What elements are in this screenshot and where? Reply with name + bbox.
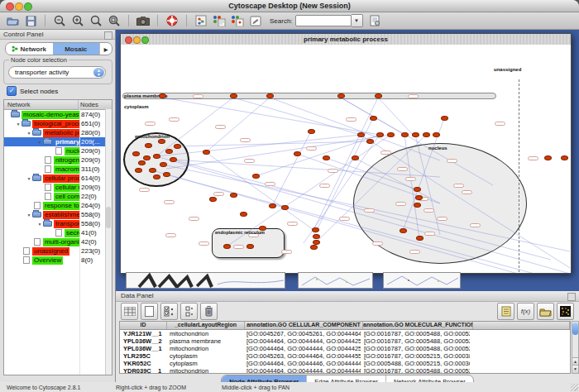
network-node[interactable] (266, 93, 274, 98)
annotation-icon[interactable] (248, 14, 263, 28)
tabs-overflow-arrow[interactable]: ▶ (99, 43, 112, 55)
table-row[interactable]: YJR121W__1mitochondrion[GO:0045267, GO:0… (120, 330, 570, 337)
resize-grip[interactable] (571, 384, 578, 391)
network-node[interactable] (415, 195, 423, 200)
unselect-attributes-icon[interactable] (180, 303, 198, 320)
background-window-fragment[interactable] (126, 272, 285, 289)
tree-row[interactable]: cellular metabo209(0) (4, 183, 112, 192)
expand-arrow-icon[interactable]: ▼ (26, 131, 32, 136)
tree-row[interactable]: mosaic-demo-yeast874(0) (4, 110, 112, 119)
import-network-icon[interactable] (368, 14, 383, 28)
table-row[interactable]: YPL036W__2plasma membrane[GO:0044464, GO… (120, 337, 570, 345)
scroll-down-icon[interactable]: ▼ (572, 365, 578, 373)
tree-row[interactable]: ▼transport558(0) (4, 219, 112, 228)
zoom-out-icon[interactable] (52, 14, 67, 28)
network-node[interactable] (149, 168, 156, 173)
network-node[interactable] (414, 203, 421, 208)
table-row[interactable]: YPL036W__1mitochondrion[GO:0044464, GO:0… (120, 345, 570, 352)
network-node[interactable] (246, 244, 254, 249)
network-node[interactable] (414, 187, 421, 192)
network-node[interactable] (159, 93, 166, 98)
tree-row[interactable]: nitrogen compo209(0) (4, 155, 112, 165)
network-node[interactable] (174, 144, 181, 149)
background-window-fragment[interactable] (383, 272, 461, 289)
network-node[interactable] (203, 150, 210, 155)
zoom-fit-icon[interactable] (89, 14, 103, 28)
tab-network[interactable]: Network (6, 43, 53, 55)
tree-row[interactable]: ▼cellular process614(0) (4, 174, 112, 183)
import-attributes-folder-icon[interactable] (537, 303, 554, 320)
select-nodes-checkbox[interactable]: ✓ (7, 86, 17, 96)
expand-arrow-icon[interactable]: ▼ (26, 176, 32, 181)
tree-row[interactable]: ▼biological_process651(0) (4, 119, 112, 128)
tree-column-network[interactable]: Network (4, 100, 78, 109)
network-node[interactable] (170, 157, 177, 162)
network-node[interactable] (370, 116, 377, 121)
function-builder-icon[interactable]: f(x) (517, 303, 534, 320)
network-node[interactable] (352, 155, 359, 160)
network-node[interactable] (313, 234, 320, 239)
network-node[interactable] (294, 151, 301, 156)
tree-row[interactable]: Overview8(0) (4, 256, 112, 265)
background-window-fragment[interactable] (298, 272, 373, 289)
network-node[interactable] (252, 174, 260, 179)
tree-scrollbar[interactable] (105, 109, 112, 375)
table-scrollbar[interactable]: ▲ ▼ (572, 321, 579, 374)
column-id[interactable]: ID (120, 322, 167, 329)
tree-row[interactable]: multi-organism pro42(0) (4, 237, 112, 246)
network-node[interactable] (423, 132, 430, 137)
network-node[interactable] (387, 132, 395, 137)
network-canvas[interactable]: plasma membrane cytoplasm mitochondrion … (121, 45, 571, 273)
network-node[interactable] (269, 203, 276, 208)
network-node[interactable] (561, 155, 568, 160)
new-attribute-icon[interactable] (141, 303, 158, 320)
network-node[interactable] (138, 160, 146, 165)
network-node[interactable] (165, 149, 173, 154)
network-node[interactable] (281, 205, 289, 210)
tree-row[interactable]: response to stimulu264(0) (4, 201, 112, 210)
network-node[interactable] (375, 93, 382, 98)
tree-row[interactable]: ▼primary metabo209(... (4, 137, 112, 146)
network-node[interactable] (209, 197, 217, 202)
network-overview-icon[interactable] (194, 14, 208, 28)
snapshot-camera-icon[interactable] (136, 14, 151, 28)
column-cellular-layout-region[interactable]: _cellularLayoutRegion (167, 322, 245, 329)
network-node[interactable] (153, 154, 160, 159)
network-node[interactable] (153, 174, 160, 179)
attribute-matrix-icon[interactable] (557, 303, 574, 320)
table-row[interactable]: YKR052Ccytoplasm[GO:0044464, GO:0044446,… (120, 360, 570, 367)
vizmapper-icon[interactable] (212, 14, 227, 28)
network-node[interactable] (312, 227, 319, 232)
network-node[interactable] (132, 151, 140, 156)
delete-attribute-icon[interactable] (200, 303, 218, 320)
vizmapper-edit-icon[interactable] (230, 14, 245, 28)
zoom-in-icon[interactable] (70, 14, 85, 28)
network-node[interactable] (308, 129, 315, 134)
tree-row[interactable]: ▼metabolic process280(0) (4, 128, 112, 137)
attribute-list-icon[interactable] (497, 303, 514, 320)
column-go-cellular-component[interactable]: annotation.GO CELLULAR_COMPONENT (245, 322, 363, 329)
network-node[interactable] (223, 244, 231, 249)
tree-row[interactable]: macromolecule311(0) (4, 165, 112, 174)
network-node[interactable] (158, 139, 165, 144)
node-color-dropdown[interactable]: transporter activity ▲▼ (8, 66, 106, 79)
tab-mosaic[interactable]: Mosaic (53, 43, 100, 55)
table-scrollbar-thumb[interactable] (572, 323, 578, 335)
tree-row[interactable]: secretion41(0) (4, 228, 112, 237)
network-node[interactable] (400, 228, 407, 233)
help-lifering-icon[interactable] (165, 14, 179, 28)
network-node[interactable] (544, 155, 552, 160)
tree-row[interactable]: unassigned223(0) (4, 246, 112, 256)
expand-arrow-icon[interactable]: ▼ (15, 122, 22, 127)
open-file-icon[interactable] (5, 14, 20, 28)
network-node[interactable] (401, 132, 409, 137)
data-panel-float-icon[interactable] (567, 293, 576, 301)
network-node[interactable] (366, 139, 374, 144)
network-node[interactable] (135, 168, 142, 173)
tree-row[interactable]: cell communicat22(0) (4, 192, 112, 201)
show-all-columns-icon[interactable] (121, 303, 138, 320)
table-row[interactable]: YDR039C__1mitochondrion[GO:0044464, GO:0… (120, 367, 570, 374)
network-node[interactable] (143, 155, 151, 160)
expand-arrow-icon[interactable]: ▼ (36, 222, 43, 227)
expand-arrow-icon[interactable]: ▼ (26, 213, 32, 218)
